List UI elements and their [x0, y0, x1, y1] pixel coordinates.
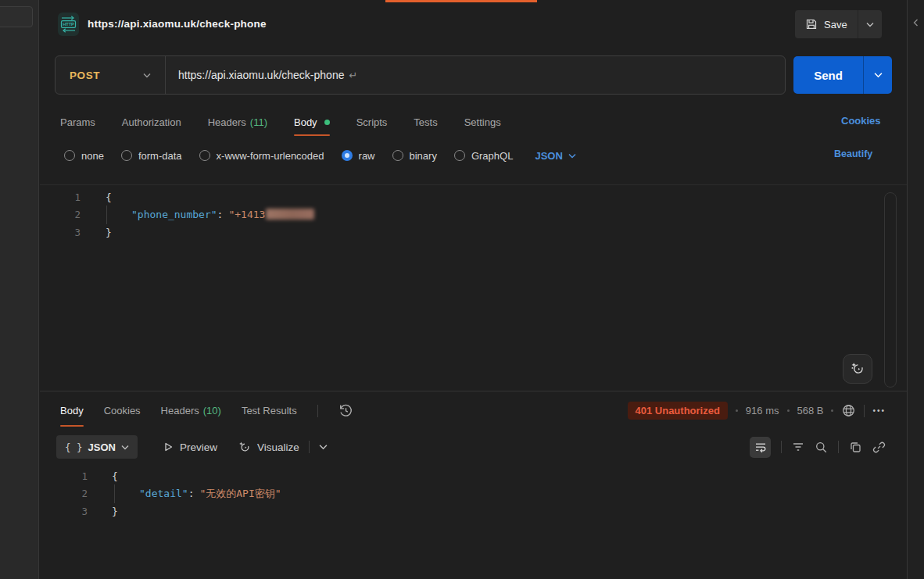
tab-body[interactable]: Body — [294, 108, 330, 136]
tab-label: Headers — [208, 116, 246, 128]
line-number: 3 — [40, 506, 88, 517]
save-button[interactable]: Save — [795, 10, 858, 38]
more-actions-button[interactable]: ••• — [872, 406, 886, 415]
tab-label: Scripts — [356, 116, 388, 128]
response-time[interactable]: 916 ms — [746, 405, 779, 416]
request-body-editor[interactable]: 1 { 2 "phone_number":"+1413 3 } — [40, 184, 907, 391]
chevron-down-icon — [568, 153, 576, 159]
history-clock-icon — [338, 403, 353, 418]
method-label: POST — [70, 70, 100, 81]
separator-dot — [787, 409, 790, 412]
divider — [864, 405, 865, 417]
tab-headers[interactable]: Headers(11) — [208, 108, 267, 136]
line-number: 1 — [40, 470, 88, 482]
tab-tests[interactable]: Tests — [414, 108, 437, 136]
response-history-button[interactable] — [338, 403, 353, 418]
separator-dot — [831, 409, 833, 412]
postbot-sparkle-icon — [850, 361, 865, 377]
globe-icon — [841, 403, 856, 418]
send-button[interactable]: Send — [793, 56, 863, 94]
response-body-editor[interactable]: 1 { 2 "detail":"无效的API密钥" 3 } — [40, 467, 907, 561]
body-mode-binary[interactable]: binary — [392, 150, 437, 162]
code-line: 3 } — [40, 223, 907, 241]
headers-count: (11) — [250, 116, 267, 128]
cookies-link[interactable]: Cookies — [841, 115, 881, 127]
editor-scrollbar[interactable] — [884, 192, 897, 388]
code-line: 3 } — [40, 502, 907, 520]
filter-button[interactable] — [792, 441, 804, 453]
token-key: "detail" — [139, 488, 188, 499]
search-icon — [815, 441, 828, 454]
token-value: "+1413 — [228, 209, 265, 220]
response-format-select[interactable]: { } JSON — [56, 435, 138, 459]
search-button[interactable] — [815, 441, 828, 454]
tab-label: Cookies — [104, 405, 141, 416]
request-tabs: Params Authorization Headers(11) Body Sc… — [60, 108, 501, 136]
visualize-button[interactable]: Visualize — [238, 441, 299, 454]
tab-scripts[interactable]: Scripts — [356, 108, 388, 136]
body-mode-none[interactable]: none — [64, 150, 104, 162]
http-request-icon: HTTP — [58, 13, 79, 36]
redacted-value — [266, 209, 314, 220]
url-text: https://api.xiaomu.uk/check-phone — [178, 69, 344, 81]
body-mode-raw[interactable]: raw — [342, 150, 375, 162]
status-badge[interactable]: 401 Unauthorized — [628, 402, 728, 420]
body-mode-form-data[interactable]: form-data — [121, 150, 182, 162]
response-tab-cookies[interactable]: Cookies — [104, 395, 141, 427]
svg-text:HTTP: HTTP — [63, 22, 74, 27]
response-tab-test-results[interactable]: Test Results — [242, 395, 297, 427]
code-content: { — [88, 467, 907, 485]
sidebar-collection-box[interactable] — [0, 6, 33, 27]
token-brace: } — [106, 227, 112, 238]
wrap-text-icon — [754, 441, 767, 453]
braces-icon: { } — [65, 441, 83, 453]
token-brace: { — [112, 470, 118, 482]
save-icon — [805, 18, 818, 30]
radio-icon — [64, 150, 75, 161]
beautify-link[interactable]: Beautify — [834, 148, 872, 159]
response-toolbar: { } JSON Preview Visualize — [40, 432, 907, 462]
save-button-group: Save — [795, 10, 882, 38]
active-tab-indicator — [385, 0, 537, 2]
method-select[interactable]: POST — [56, 56, 165, 94]
tab-params[interactable]: Params — [60, 108, 95, 136]
response-tab-body[interactable]: Body — [60, 395, 84, 427]
visualize-options-chevron[interactable] — [319, 444, 328, 450]
save-options-button[interactable] — [858, 10, 882, 38]
tab-label: Authorization — [122, 116, 181, 128]
token-brace: { — [106, 191, 112, 203]
postbot-button[interactable] — [843, 354, 872, 384]
body-mode-x-www-form-urlencoded[interactable]: x-www-form-urlencoded — [199, 150, 324, 162]
radio-icon — [454, 150, 465, 161]
response-tab-headers[interactable]: Headers(10) — [161, 395, 221, 427]
left-sidebar — [0, 0, 39, 579]
copy-button[interactable] — [849, 441, 862, 454]
preview-button[interactable]: Preview — [163, 441, 217, 453]
line-number: 1 — [40, 191, 81, 203]
response-size[interactable]: 568 B — [797, 405, 824, 416]
tab-label: Headers — [161, 405, 199, 416]
link-button[interactable] — [872, 441, 886, 454]
send-options-button[interactable] — [863, 56, 892, 94]
divider — [838, 441, 839, 453]
collapse-panel-icon[interactable] — [912, 19, 919, 27]
request-response-divider[interactable] — [40, 391, 907, 391]
network-info-button[interactable] — [841, 403, 856, 418]
token-colon: : — [217, 209, 224, 220]
body-language-select[interactable]: JSON — [535, 150, 575, 162]
response-view-icons — [750, 432, 886, 462]
line-number: 2 — [40, 209, 81, 220]
mode-label: binary — [410, 150, 437, 162]
radio-selected-icon — [342, 150, 353, 161]
tab-settings[interactable]: Settings — [464, 108, 501, 136]
wrap-text-button[interactable] — [750, 437, 771, 458]
save-button-label: Save — [824, 19, 847, 30]
body-mode-graphql[interactable]: GraphQL — [454, 150, 513, 162]
tab-authorization[interactable]: Authorization — [122, 108, 181, 136]
url-input[interactable]: https://api.xiaomu.uk/check-phone↵ — [178, 69, 357, 81]
tab-label: Settings — [464, 116, 501, 128]
radio-icon — [121, 150, 132, 161]
code-line: 1 { — [40, 467, 907, 485]
request-tab-title[interactable]: https://api.xiaomu.uk/check-phone — [88, 18, 267, 30]
code-line: 2 "detail":"无效的API密钥" — [40, 485, 907, 503]
